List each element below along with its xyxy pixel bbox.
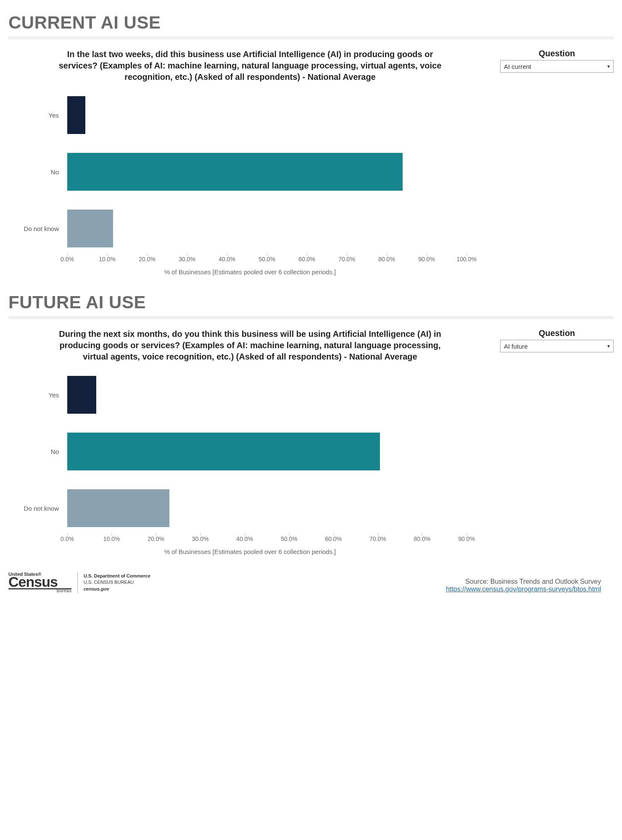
question-dropdown-current[interactable]: AI current [500,60,614,73]
bar-row: Yes [67,96,466,134]
bar [67,489,169,527]
section-current-ai: CURRENT AI USE In the last two weeks, di… [8,13,614,276]
bar [67,433,380,470]
bar [67,96,85,134]
x-tick: 0.0% [61,536,74,542]
x-tick: 50.0% [281,536,298,542]
chart-column: During the next six months, do you think… [8,328,492,555]
section-heading: CURRENT AI USE [8,13,614,33]
bar-category-label: No [21,153,63,191]
x-tick: 0.0% [61,256,74,262]
logo-main-text: Census [8,576,71,588]
x-tick: 90.0% [418,256,435,262]
bar [67,376,96,414]
bar [67,153,403,191]
dept-line2: U.S. CENSUS BUREAU [84,579,150,585]
x-axis-ticks: 0.0%10.0%20.0%30.0%40.0%50.0%60.0%70.0%8… [67,536,466,544]
section-heading: FUTURE AI USE [8,292,614,312]
x-tick: 10.0% [103,536,120,542]
bar-row: No [67,433,466,470]
x-tick: 100.0% [456,256,476,262]
x-tick: 40.0% [236,536,253,542]
question-dropdown-future[interactable]: AI future [500,340,614,352]
dropdown-label: Question [500,328,614,338]
source-link[interactable]: https://www.census.gov/programs-surveys/… [446,585,601,593]
x-axis-label: % of Businesses [Estimates pooled over 6… [21,548,479,555]
bar-category-label: Do not know [21,489,63,527]
bar-category-label: No [21,433,63,470]
source-text: Source: Business Trends and Outlook Surv… [446,578,601,585]
dropdown-value: AI current [504,63,531,70]
bar-plot: YesNoDo not know [67,92,466,256]
bar-category-label: Yes [21,376,63,414]
x-tick: 40.0% [219,256,235,262]
x-tick: 20.0% [139,256,156,262]
sidebar-controls: Question AI current [500,49,614,73]
x-tick: 80.0% [378,256,395,262]
panel-current: In the last two weeks, did this business… [8,49,614,276]
chart-title: During the next six months, do you think… [57,328,443,362]
section-future-ai: FUTURE AI USE During the next six months… [8,292,614,555]
x-tick: 60.0% [325,536,342,542]
bar-category-label: Yes [21,96,63,134]
panel-future: During the next six months, do you think… [8,328,614,555]
x-tick: 70.0% [338,256,355,262]
x-axis-label: % of Businesses [Estimates pooled over 6… [21,268,479,276]
x-tick: 70.0% [369,536,386,542]
chart-area-current: YesNoDo not know 0.0%10.0%20.0%30.0%40.0… [21,92,479,276]
bar-plot: YesNoDo not know [67,372,466,536]
bar-row: Yes [67,376,466,414]
sidebar-controls: Question AI future [500,328,614,352]
bar [67,210,113,247]
footer: United States® Census Bureau U.S. Depart… [8,572,614,593]
chart-area-future: YesNoDo not know 0.0%10.0%20.0%30.0%40.0… [21,372,479,555]
chart-column: In the last two weeks, did this business… [8,49,492,276]
vertical-divider [77,572,78,593]
x-tick: 90.0% [458,536,475,542]
x-tick: 80.0% [414,536,431,542]
x-tick: 20.0% [148,536,164,542]
heading-divider [8,316,614,319]
footer-right: Source: Business Trends and Outlook Surv… [446,578,601,593]
dropdown-value: AI future [504,343,528,350]
bar-row: No [67,153,466,191]
x-tick: 10.0% [99,256,116,262]
footer-dept: U.S. Department of Commerce U.S. CENSUS … [84,573,150,592]
dept-line3: census.gov [84,586,150,592]
bar-row: Do not know [67,210,466,247]
bar-category-label: Do not know [21,210,63,247]
x-tick: 30.0% [179,256,195,262]
dropdown-label: Question [500,49,614,58]
x-tick: 30.0% [192,536,209,542]
x-tick: 60.0% [298,256,315,262]
census-logo: United States® Census Bureau [8,572,71,593]
heading-divider [8,36,614,39]
x-axis-ticks: 0.0%10.0%20.0%30.0%40.0%50.0%60.0%70.0%8… [67,256,466,264]
dept-line1: U.S. Department of Commerce [84,573,150,579]
footer-left: United States® Census Bureau U.S. Depart… [8,572,150,593]
chart-title: In the last two weeks, did this business… [57,49,443,83]
x-tick: 50.0% [258,256,275,262]
logo-sub-text: Bureau [8,589,71,593]
bar-row: Do not know [67,489,466,527]
